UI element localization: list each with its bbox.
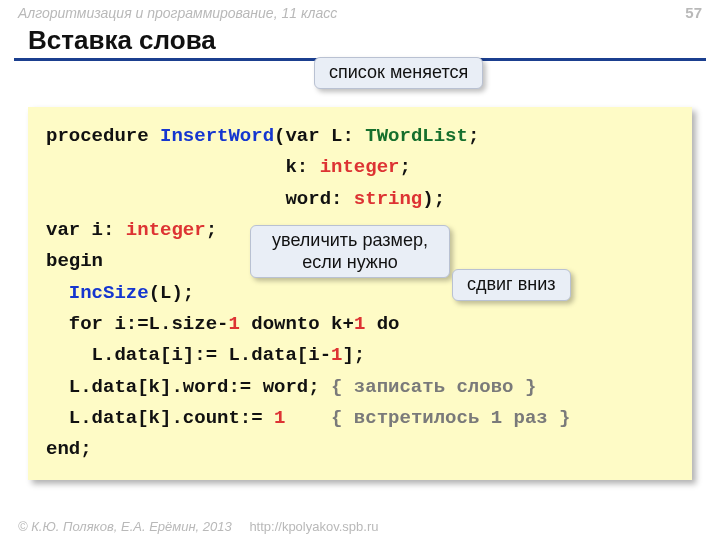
t: { записать слово } (331, 376, 536, 398)
t: procedure (46, 125, 160, 147)
code-box: procedure InsertWord(var L: TWordList; k… (28, 107, 692, 480)
callout-list-changes: список меняется (314, 57, 483, 89)
t (46, 282, 69, 304)
t: 1 (354, 313, 365, 335)
t: downto k+ (240, 313, 354, 335)
t: ; (206, 219, 217, 241)
t: IncSize (69, 282, 149, 304)
callout-shift-down: сдвиг вниз (452, 269, 571, 301)
page-number: 57 (685, 4, 702, 21)
t: integer (126, 219, 206, 241)
t: integer (320, 156, 400, 178)
t: ); (422, 188, 445, 210)
t: 1 (274, 407, 285, 429)
t: InsertWord (160, 125, 274, 147)
t: 1 (228, 313, 239, 335)
callout-increase-size: увеличить размер,если нужно (250, 225, 450, 278)
t: L.data[k].count:= (46, 407, 274, 429)
t: word: (46, 188, 354, 210)
t: begin (46, 250, 103, 272)
t: { встретилось 1 раз } (331, 407, 570, 429)
t: var i: (46, 219, 126, 241)
t: (L); (149, 282, 195, 304)
t: L.data[i]:= L.data[i- (46, 344, 331, 366)
t: k: (46, 156, 320, 178)
t (285, 407, 331, 429)
header-bar: Алгоритмизация и программирование, 11 кл… (0, 0, 720, 21)
footer: © К.Ю. Поляков, Е.А. Ерёмин, 2013 http:/… (18, 519, 378, 534)
t: L.data[k].word:= word; (46, 376, 331, 398)
page-title: Вставка слова (28, 25, 702, 56)
t: string (354, 188, 422, 210)
t: ; (399, 156, 410, 178)
t: do (365, 313, 399, 335)
t: for i:=L.size- (46, 313, 228, 335)
t: end; (46, 438, 92, 460)
t: (var L: (274, 125, 365, 147)
footer-url[interactable]: http://kpolyakov.spb.ru (249, 519, 378, 534)
t: 1 (331, 344, 342, 366)
t: TWordList (365, 125, 468, 147)
t: ]; (342, 344, 365, 366)
footer-copyright: © К.Ю. Поляков, Е.А. Ерёмин, 2013 (18, 519, 232, 534)
t: ; (468, 125, 479, 147)
course-label: Алгоритмизация и программирование, 11 кл… (18, 5, 337, 21)
content-area: список меняется procedure InsertWord(var… (0, 61, 720, 480)
